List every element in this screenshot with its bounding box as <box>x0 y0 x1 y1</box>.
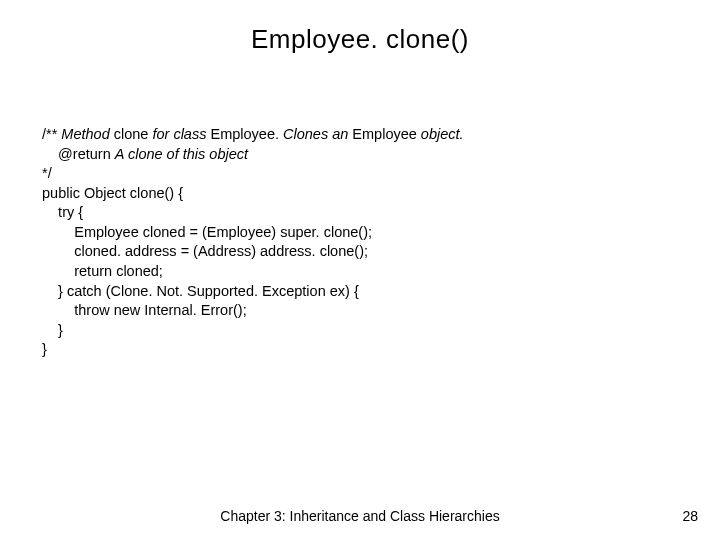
code-doc-tag: @return <box>42 146 115 162</box>
code-line: Employee cloned = (Employee) super. clon… <box>42 224 372 240</box>
code-comment-close: */ <box>42 165 52 181</box>
code-doc-word: Method <box>61 126 113 142</box>
code-line: } <box>42 341 47 357</box>
code-comment-open: /** <box>42 126 61 142</box>
code-line: try { <box>42 204 83 220</box>
code-doc-desc: A clone of this object <box>115 146 248 162</box>
code-doc-word: Clones an <box>283 126 352 142</box>
code-doc-word: for class <box>152 126 210 142</box>
code-line: cloned. address = (Address) address. clo… <box>42 243 368 259</box>
code-classname: Employee. <box>210 126 283 142</box>
code-classname: Employee <box>352 126 421 142</box>
code-block: /** Method clone for class Employee. Clo… <box>42 125 464 360</box>
code-line: throw new Internal. Error(); <box>42 302 247 318</box>
page-number: 28 <box>682 508 698 524</box>
footer-text: Chapter 3: Inheritance and Class Hierarc… <box>0 508 720 524</box>
code-line: } <box>42 322 63 338</box>
footer: Chapter 3: Inheritance and Class Hierarc… <box>0 508 720 524</box>
code-identifier: clone <box>114 126 153 142</box>
slide-title: Employee. clone() <box>0 0 720 55</box>
code-doc-word: object. <box>421 126 464 142</box>
code-line: } catch (Clone. Not. Supported. Exceptio… <box>42 283 359 299</box>
code-line: public Object clone() { <box>42 185 183 201</box>
code-line: return cloned; <box>42 263 163 279</box>
